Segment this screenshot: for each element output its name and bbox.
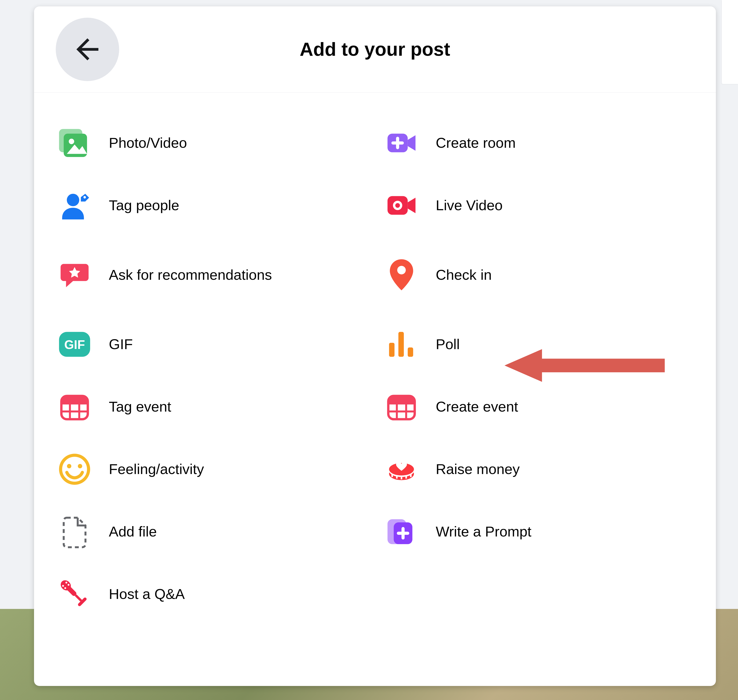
options-column-right: Create room Live Video (381, 112, 695, 679)
svg-rect-36 (388, 402, 415, 404)
svg-point-15 (78, 464, 82, 468)
option-label: Poll (436, 335, 460, 353)
recommendations-icon (56, 256, 93, 293)
modal-header: Add to your post (34, 6, 716, 93)
option-raise-money[interactable]: Raise money (381, 438, 695, 500)
raise-money-icon (383, 451, 420, 488)
option-check-in[interactable]: Check in (381, 237, 695, 313)
option-label: Ask for recommendations (109, 266, 272, 284)
option-label: Write a Prompt (436, 523, 532, 541)
live-video-icon (383, 187, 420, 224)
back-button[interactable] (56, 18, 119, 81)
option-poll[interactable]: Poll (381, 313, 695, 376)
svg-rect-33 (408, 347, 413, 357)
photo-video-icon (56, 124, 93, 162)
background-panel-edge (722, 0, 738, 84)
tag-people-icon (56, 187, 93, 224)
option-label: Photo/Video (109, 134, 187, 152)
option-gif[interactable]: GIF GIF (55, 313, 368, 376)
option-label: Feeling/activity (109, 460, 204, 478)
create-room-icon (383, 124, 420, 162)
create-event-icon (383, 388, 420, 425)
option-tag-event[interactable]: Tag event (55, 376, 368, 438)
options-column-left: Photo/Video Tag people (55, 112, 368, 679)
svg-rect-22 (75, 594, 82, 601)
option-live-video[interactable]: Live Video (381, 174, 695, 237)
host-qa-icon (56, 575, 93, 613)
option-label: GIF (109, 335, 133, 353)
option-label: Create event (436, 398, 518, 416)
option-label: Host a Q&A (109, 585, 185, 603)
option-feeling-activity[interactable]: Feeling/activity (55, 438, 368, 500)
option-label: Tag event (109, 398, 171, 416)
svg-text:GIF: GIF (64, 338, 85, 351)
option-write-prompt[interactable]: Write a Prompt (381, 500, 695, 563)
option-add-file[interactable]: Add file (55, 500, 368, 563)
svg-point-30 (397, 266, 406, 274)
check-in-icon (383, 256, 420, 293)
option-host-qa[interactable]: Host a Q&A (55, 563, 368, 625)
tag-event-icon (56, 388, 93, 425)
option-label: Add file (109, 523, 157, 541)
svg-point-29 (395, 203, 400, 208)
poll-icon (383, 326, 420, 363)
svg-rect-31 (389, 343, 395, 357)
option-label: Create room (436, 134, 516, 152)
feeling-icon (56, 451, 93, 488)
svg-point-14 (67, 464, 72, 468)
option-create-room[interactable]: Create room (381, 112, 695, 174)
option-label: Check in (436, 266, 492, 284)
write-prompt-icon (383, 513, 420, 550)
option-ask-recommendations[interactable]: Ask for recommendations (55, 237, 368, 313)
modal-body: Photo/Video Tag people (34, 93, 716, 686)
option-label: Raise money (436, 460, 520, 478)
option-create-event[interactable]: Create event (381, 376, 695, 438)
add-file-icon (56, 513, 93, 550)
svg-point-3 (67, 194, 80, 206)
svg-point-2 (69, 139, 74, 144)
option-label: Tag people (109, 196, 179, 215)
svg-rect-9 (62, 402, 88, 404)
option-label: Live Video (436, 196, 502, 215)
modal-title: Add to your post (300, 38, 450, 60)
add-to-post-modal: Add to your post Photo/Video (34, 6, 716, 686)
options-grid: Photo/Video Tag people (55, 112, 695, 679)
svg-rect-32 (398, 332, 404, 357)
gif-icon: GIF (56, 326, 93, 363)
arrow-left-icon (71, 33, 104, 66)
option-photo-video[interactable]: Photo/Video (55, 112, 368, 174)
option-tag-people[interactable]: Tag people (55, 174, 368, 237)
svg-point-4 (83, 196, 86, 199)
